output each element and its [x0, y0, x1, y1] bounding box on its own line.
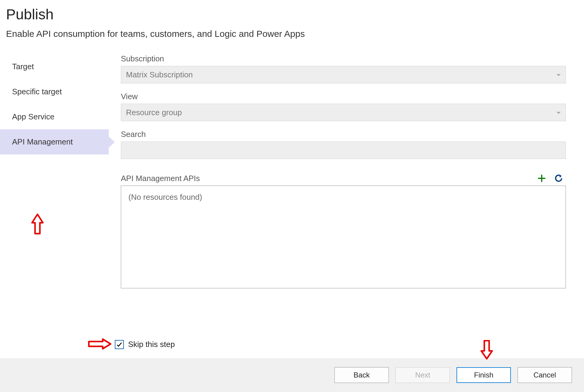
plus-icon: [537, 174, 546, 183]
subscription-value: Matrix Subscription: [126, 70, 193, 79]
view-select[interactable]: Resource group: [121, 104, 566, 121]
main-form: Subscription Matrix Subscription View Re…: [109, 54, 578, 331]
refresh-button[interactable]: [554, 173, 563, 183]
apis-list[interactable]: (No resources found): [121, 186, 566, 288]
back-button[interactable]: Back: [334, 367, 389, 383]
annotation-arrow-right: [88, 338, 112, 351]
skip-row: Skip this step: [0, 331, 584, 358]
next-button: Next: [395, 367, 450, 383]
search-label: Search: [121, 130, 566, 139]
chevron-down-icon: [557, 112, 561, 114]
apis-label: API Management APIs: [121, 174, 200, 183]
apis-empty-text: (No resources found): [128, 193, 202, 202]
view-value: Resource group: [126, 108, 182, 117]
chevron-down-icon: [557, 74, 561, 76]
step-app-service[interactable]: App Service: [0, 104, 109, 129]
refresh-icon: [554, 174, 563, 183]
step-api-management[interactable]: API Management: [0, 129, 109, 154]
view-label: View: [121, 92, 566, 101]
step-specific-target[interactable]: Specific target: [0, 79, 109, 104]
add-api-button[interactable]: [537, 173, 547, 183]
field-subscription: Subscription Matrix Subscription: [121, 54, 566, 83]
field-search: Search: [121, 130, 566, 159]
field-view: View Resource group: [121, 92, 566, 121]
skip-label: Skip this step: [128, 340, 175, 349]
page-subtitle: Enable API consumption for teams, custom…: [6, 29, 578, 39]
skip-checkbox[interactable]: [115, 340, 124, 349]
header: Publish Enable API consumption for teams…: [0, 0, 584, 42]
body: Target Specific target App Service API M…: [0, 42, 584, 331]
apis-actions: [537, 173, 566, 183]
subscription-select[interactable]: Matrix Subscription: [121, 66, 566, 83]
step-target[interactable]: Target: [0, 54, 109, 79]
wizard-steps-sidebar: Target Specific target App Service API M…: [0, 54, 109, 331]
footer: Back Next Finish Cancel: [0, 358, 584, 392]
search-input[interactable]: [121, 141, 566, 159]
page-title: Publish: [6, 6, 578, 23]
subscription-label: Subscription: [121, 54, 566, 63]
apis-header: API Management APIs: [121, 173, 566, 183]
finish-button[interactable]: Finish: [457, 367, 511, 383]
cancel-button[interactable]: Cancel: [518, 367, 572, 383]
check-icon: [116, 341, 123, 348]
